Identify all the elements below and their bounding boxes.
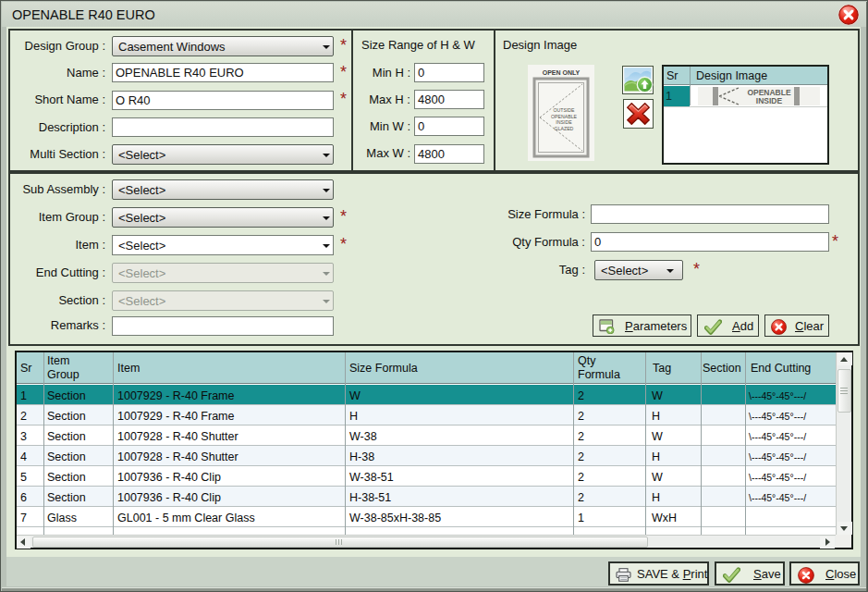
svg-text:INSIDE: INSIDE	[756, 96, 783, 105]
svg-text:GLAZED: GLAZED	[555, 126, 574, 131]
svg-text:INSIDE: INSIDE	[556, 119, 572, 125]
svg-text:OPEN ONLY: OPEN ONLY	[543, 69, 581, 76]
svg-text:OPENABLE: OPENABLE	[551, 114, 578, 119]
svg-text:OUTSIDE: OUTSIDE	[553, 107, 575, 113]
svg-text:OPENABLE: OPENABLE	[747, 88, 791, 97]
